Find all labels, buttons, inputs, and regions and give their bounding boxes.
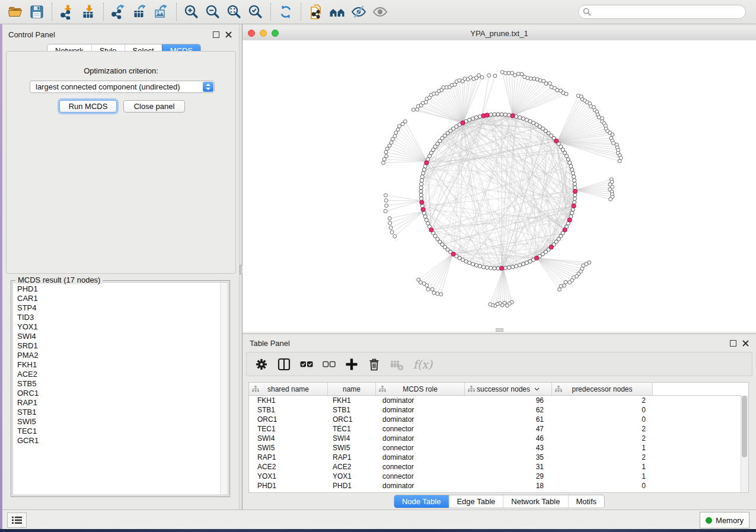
mcds-result-item[interactable]: ORC1 [17,389,228,398]
mcds-result-item[interactable]: STP4 [17,303,228,313]
mcds-result-item[interactable]: CAR1 [17,294,228,303]
control-panel-title: Control Panel [8,30,55,39]
zoom-fit-button[interactable] [224,2,245,21]
toolbar-separator [103,3,104,21]
zoom-fit-icon [227,4,242,20]
mcds-result-list: PHD1CAR1STP4TID3YOX1SWI4SRD1PMA2FKH1ACE2… [12,282,228,495]
hide-selected-button[interactable] [348,2,369,21]
deselect-all-rows-button[interactable] [323,358,336,371]
column-header-predecessor-nodes[interactable]: predecessor nodes [552,383,653,395]
show-all-button[interactable] [369,2,391,21]
import-table-button[interactable] [78,2,99,21]
table-scrollbar[interactable] [741,395,748,492]
float-table-panel-icon[interactable] [730,340,736,347]
mcds-result-item[interactable]: STB5 [17,379,228,389]
maximize-window-icon[interactable] [272,30,279,37]
memory-button[interactable]: Memory [700,512,749,528]
column-header-MCDS-role[interactable]: MCDS role [376,383,465,395]
mcds-hub-node [451,252,455,256]
mcds-result-box: MCDS result (17 nodes) PHD1CAR1STP4TID3Y… [11,277,230,497]
table-cell: 0 [552,481,653,491]
table-cell: 31 [465,462,552,472]
table-cell: connector [376,424,465,434]
table-row[interactable]: STB1STB1dominator620 [249,405,748,415]
table-row[interactable]: RAP1RAP1dominator352 [249,453,748,462]
zoom-out-button[interactable] [202,2,224,21]
table-cell: SWI5 [328,443,376,453]
table-row[interactable]: YOX1YOX1connector291 [249,472,748,481]
table-cell: PHD1 [249,481,328,491]
save-session-icon [29,4,44,20]
mcds-result-item[interactable]: ACE2 [17,370,228,379]
mcds-result-item[interactable]: YOX1 [17,322,228,332]
mcds-result-item[interactable]: GCR1 [17,436,228,446]
mcds-result-item[interactable]: SWI5 [17,417,228,427]
network-graph[interactable] [243,40,756,332]
close-window-icon[interactable] [248,30,255,37]
close-panel-button[interactable]: Close panel [123,100,185,113]
mcds-result-item[interactable]: SWI4 [17,332,228,341]
mcds-result-item[interactable]: PHD1 [17,284,228,294]
search-input[interactable] [578,5,746,19]
table-row[interactable]: SWI4SWI4dominator462 [249,434,748,443]
task-history-button[interactable] [7,512,27,528]
settings-gear-button[interactable] [255,358,268,371]
export-network-button[interactable] [108,2,129,21]
table-row[interactable]: PHD1PHD1dominator180 [249,481,748,491]
mcds-result-item[interactable]: STB1 [17,408,228,417]
refresh-layout-button[interactable] [275,2,296,21]
new-network-from-selection-button[interactable] [305,2,327,21]
table-cell: dominator [376,405,465,415]
close-table-panel-icon[interactable] [742,340,749,347]
import-network-button[interactable] [56,2,78,21]
mcds-result-item[interactable]: TID3 [17,313,228,322]
tab-network-table[interactable]: Network Table [503,495,567,508]
mcds-hub-node [534,256,538,260]
mcds-result-item[interactable]: PMA2 [17,351,228,360]
delete-row-button[interactable] [368,358,381,371]
table-row[interactable]: ORC1ORC1dominator610 [249,415,748,424]
mcds-list-scrollbar[interactable] [220,283,228,495]
minimize-window-icon[interactable] [260,30,267,37]
mcds-result-item[interactable]: RAP1 [17,398,228,408]
first-neighbors-button[interactable] [327,2,348,21]
optimization-criterion-select[interactable]: largest connected component (undirected) [30,81,215,93]
mcds-hub-node [485,113,489,117]
float-panel-icon[interactable] [213,31,219,38]
tab-node-table[interactable]: Node Table [394,495,449,508]
table-row[interactable]: SWI5SWI5connector431 [249,443,748,453]
export-table-button[interactable] [129,2,151,21]
table-scrollbar-thumb[interactable] [742,396,747,457]
network-canvas[interactable] [243,40,756,332]
table-cell: dominator [376,434,465,443]
table-row[interactable]: ACE2ACE2connector311 [249,462,748,472]
tab-edge-table[interactable]: Edge Table [448,495,503,508]
export-image-button[interactable] [151,2,172,21]
column-header-name[interactable]: name [328,383,376,395]
close-panel-icon[interactable] [225,31,232,38]
zoom-selected-button[interactable] [245,2,266,21]
column-header-shared-name[interactable]: shared name [249,383,328,395]
zoom-in-button[interactable] [181,2,202,21]
list-icon [12,516,22,524]
run-mcds-button[interactable]: Run MCDS [59,100,117,113]
table-cell: 0 [552,405,653,415]
add-row-button[interactable] [345,358,358,371]
open-file-button[interactable] [5,2,26,21]
toolbar-separator [301,3,301,21]
save-session-button[interactable] [26,2,47,21]
mcds-result-item[interactable]: SRD1 [17,341,228,351]
mcds-result-item[interactable]: FKH1 [17,360,228,370]
tab-motifs[interactable]: Motifs [567,495,604,508]
mcds-result-item[interactable]: TEC1 [17,427,228,436]
table-row[interactable]: FKH1FKH1dominator962 [249,396,748,405]
open-file-icon [8,4,23,20]
column-header-successor-nodes[interactable]: successor nodes [465,383,552,395]
memory-status-icon [706,517,712,524]
table-cell: connector [376,443,465,453]
select-all-rows-button[interactable] [300,358,313,371]
table-row[interactable]: TEC1TEC1connector472 [249,424,748,434]
show-columns-button[interactable] [277,358,291,371]
delete-table-button [390,358,403,371]
horizontal-splitter-grip[interactable] [496,328,503,332]
